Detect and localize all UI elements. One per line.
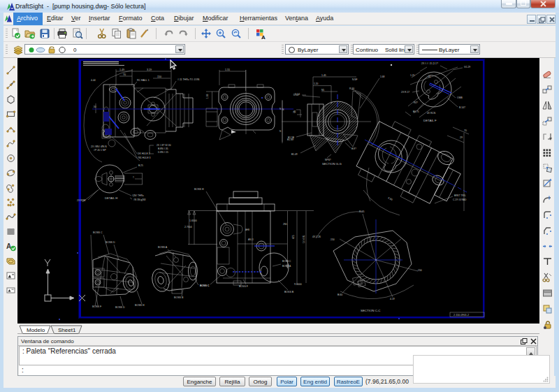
svg-text:1.20: 1.20 — [314, 82, 319, 85]
svg-text:DK HULE 2: DK HULE 2 — [138, 152, 150, 155]
svg-text:9.8000: 9.8000 — [294, 283, 302, 286]
svg-text:BOSS H: BOSS H — [194, 188, 204, 191]
svg-text:BOSS A: BOSS A — [158, 246, 168, 249]
svg-text:2X R3M: 2X R3M — [77, 199, 85, 202]
svg-text:29: 29 — [460, 136, 463, 139]
svg-text:1.6500: 1.6500 — [189, 219, 197, 222]
svg-text:B1.5B: B1.5B — [288, 136, 295, 139]
svg-text:B.147: B.147 — [459, 106, 465, 109]
svg-text:2X #8N# ØN.N: 2X #8N# ØN.N — [91, 145, 107, 148]
svg-text:BOSS C: BOSS C — [200, 284, 210, 287]
svg-text:2X R.17: 2X R.17 — [401, 91, 409, 94]
svg-text:N.NF: N.NF — [352, 78, 357, 81]
svg-text:Sheet1: Sheet1 — [58, 327, 76, 333]
svg-text:D.8N #.15: D.8N #.15 — [158, 151, 168, 154]
svg-text:A: A — [6, 242, 11, 250]
svg-text:AHB: AHB — [245, 228, 249, 231]
svg-text:BRKT TRIL: BRKT TRIL — [454, 194, 466, 197]
svg-text:N5: N5 — [321, 89, 324, 92]
svg-text:4.19: 4.19 — [390, 298, 395, 300]
svg-text:150: 150 — [157, 75, 161, 78]
svg-text:71: 71 — [293, 111, 296, 114]
svg-text:DETAIL F: DETAIL F — [423, 119, 437, 122]
svg-text:ANL 3: ANL 3 — [248, 238, 254, 241]
svg-text:3.19: 3.19 — [147, 68, 152, 71]
svg-text:A: A — [261, 34, 266, 41]
svg-text:B.25: B.25 — [138, 164, 143, 167]
svg-text:NPN?: NPN? — [325, 159, 331, 161]
svg-text:1.45: 1.45 — [321, 74, 326, 77]
svg-text:2X #.# .11 (1.1?: 2X #.# .11 (1.1? — [421, 62, 438, 65]
svg-text:1.68: 1.68 — [380, 75, 385, 78]
svg-text:Modelo: Modelo — [27, 327, 45, 333]
svg-text:BOSS B: BOSS B — [174, 296, 184, 299]
svg-text:SECTION G-G: SECTION G-G — [322, 162, 342, 166]
svg-text:B6.75: B6.75 — [413, 110, 419, 113]
svg-text:BOSS D: BOSS D — [106, 241, 115, 244]
svg-text:4X RCN: 4X RCN — [427, 112, 436, 115]
svg-text:BOSS F: BOSS F — [92, 305, 102, 308]
svg-text:BOSS C: BOSS C — [93, 231, 103, 234]
svg-text:RC HALL 1: RC HALL 1 — [137, 79, 150, 82]
svg-text:C.19 #4 RAD: C.19 #4 RAD — [453, 198, 467, 201]
svg-text:BOSS A: BOSS A — [282, 265, 291, 268]
svg-text:BOSS B: BOSS B — [284, 291, 294, 293]
svg-text:DETAIL H: DETAIL H — [105, 196, 117, 200]
svg-text:4.44: 4.44 — [91, 79, 96, 82]
svg-text:6.90: 6.90 — [388, 196, 393, 201]
svg-text:2.7304: 2.7304 — [184, 226, 192, 228]
svg-text:2.110-0901.2: 2.110-0901.2 — [453, 314, 469, 317]
svg-text:70: 70 — [464, 129, 467, 132]
svg-text:R4?: R4? — [414, 101, 418, 104]
svg-text:2X #.8? 32.30: 2X #.8? 32.30 — [157, 144, 171, 147]
svg-text:7.: 7. — [133, 176, 135, 179]
svg-text:.30: .30 — [428, 75, 431, 78]
svg-text:2N5: 2N5 — [283, 223, 287, 226]
svg-text:1.25: 1.25 — [410, 74, 415, 77]
svg-text:B.60: B.60 — [337, 293, 342, 296]
svg-text:475: 475 — [292, 235, 295, 239]
svg-text:N: N — [280, 108, 281, 110]
svg-text:781 HULE 3: 781 HULE 3 — [138, 157, 151, 159]
svg-text:B1.49: B1.49 — [291, 153, 298, 156]
svg-text:B.8N #.35: B.8N #.35 — [158, 147, 168, 150]
svg-text:N: N — [280, 130, 281, 133]
svg-text:1.69: 1.69 — [206, 94, 209, 99]
svg-text:.150: .150 — [417, 269, 422, 272]
svg-text:70: 70 — [123, 73, 126, 76]
svg-text:BOSS F: BOSS F — [239, 285, 248, 288]
svg-text:1X 4.95: 1X 4.95 — [303, 235, 305, 243]
svg-text:BOSS C: BOSS C — [282, 260, 291, 263]
svg-text:BOSS D: BOSS D — [115, 306, 125, 309]
svg-text:G1.29: G1.29 — [464, 66, 470, 68]
svg-text:BOSS H: BOSS H — [135, 304, 145, 307]
svg-text:R.60: R.60 — [349, 87, 354, 90]
svg-text:OMB: OMB — [457, 96, 463, 99]
svg-text:1.55: 1.55 — [225, 68, 230, 71]
svg-text:.150: .150 — [330, 238, 335, 241]
svg-text:#(N# THRu: #(N# THRu — [132, 194, 144, 197]
svg-text:#P JD 1 NP: #P JD 1 NP — [94, 149, 106, 152]
svg-text:#N 5N g(N3: #N 5N g(N3 — [133, 198, 146, 201]
svg-text:1.49: 1.49 — [119, 68, 124, 71]
svg-text:SECTION C-C: SECTION C-C — [361, 309, 381, 312]
svg-text:B.8?: B.8? — [351, 147, 356, 150]
svg-text:#.11 THRu TO JOIN: #.11 THRu TO JOIN — [177, 78, 200, 81]
svg-text:D.14: D.14 — [295, 93, 300, 96]
